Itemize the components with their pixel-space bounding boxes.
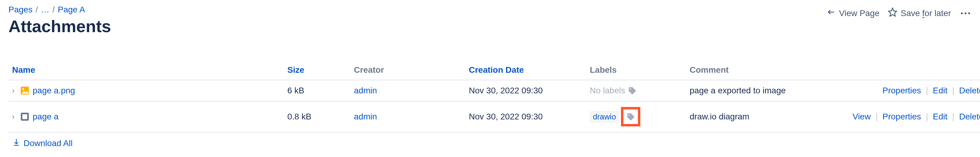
attachments-table: Name Size Creator Creation Date Labels C… [8, 60, 980, 133]
attachment-creator-link[interactable]: admin [354, 86, 377, 95]
attachment-actions: View | Properties | Edit | Delete [819, 101, 980, 132]
attachment-comment: draw.io diagram [686, 101, 819, 132]
col-header-size[interactable]: Size [284, 60, 350, 80]
attachment-date: Nov 30, 2022 09:30 [465, 80, 586, 101]
view-page-label: View Page [839, 8, 879, 18]
svg-rect-7 [22, 114, 27, 119]
breadcrumb-sep: / [52, 5, 55, 14]
app-file-icon [20, 112, 30, 122]
breadcrumb: Pages / … / Page A [8, 5, 111, 14]
attachment-creator-link[interactable]: admin [354, 112, 377, 121]
col-header-creator: Creator [350, 60, 465, 80]
breadcrumb-ellipsis[interactable]: … [41, 5, 49, 14]
attachment-name-link[interactable]: page a [33, 112, 59, 122]
col-header-creation-date[interactable]: Creation Date [465, 60, 586, 80]
attachment-name-link[interactable]: page a.png [33, 86, 75, 96]
view-page-button[interactable]: View Page [826, 7, 879, 19]
attachment-comment: page a exported to image [686, 80, 819, 101]
svg-point-1 [961, 13, 963, 14]
back-arrow-icon [826, 7, 836, 19]
save-for-later-label: Save for later [900, 8, 951, 18]
breadcrumb-root[interactable]: Pages [8, 5, 32, 14]
action-edit[interactable]: Edit [932, 86, 948, 95]
page-title: Attachments [8, 16, 111, 36]
breadcrumb-current[interactable]: Page A [58, 5, 85, 14]
labels-none: No labels [590, 86, 637, 96]
attachment-date: Nov 30, 2022 09:30 [465, 101, 586, 132]
action-sep: | [951, 86, 956, 95]
download-all-label: Download All [24, 138, 73, 148]
more-actions-button[interactable] [959, 8, 972, 18]
svg-point-3 [968, 13, 970, 14]
attachment-size: 0.8 kB [284, 101, 350, 132]
action-properties[interactable]: Properties [881, 112, 923, 121]
col-header-labels: Labels [586, 60, 686, 80]
chevron-right-icon[interactable]: › [12, 87, 17, 95]
tag-icon[interactable] [628, 86, 637, 95]
action-properties[interactable]: Properties [881, 86, 923, 95]
svg-marker-0 [889, 8, 897, 16]
action-delete[interactable]: Delete [958, 86, 980, 95]
download-all-button[interactable]: Download All [8, 133, 76, 149]
attachment-actions: Properties | Edit | Delete [819, 80, 980, 101]
action-sep: | [951, 112, 956, 121]
action-sep: | [874, 112, 879, 121]
label-chip[interactable]: drawio [590, 111, 619, 123]
col-header-name[interactable]: Name [8, 60, 284, 80]
download-icon [12, 138, 21, 149]
action-view[interactable]: View [851, 112, 872, 121]
save-for-later-button[interactable]: Save for later [888, 7, 951, 19]
svg-point-2 [964, 13, 966, 14]
star-icon [888, 7, 897, 19]
table-row: › page a 0.8 kB admin Nov 30, 2022 09:30… [8, 101, 980, 132]
action-sep: | [925, 112, 929, 121]
tag-icon[interactable] [626, 112, 635, 121]
action-delete[interactable]: Delete [958, 112, 980, 121]
action-sep: | [925, 86, 929, 95]
svg-point-5 [22, 88, 24, 90]
no-labels-text: No labels [590, 86, 625, 96]
col-header-actions [819, 60, 980, 80]
chevron-right-icon[interactable]: › [12, 112, 17, 121]
col-header-comment: Comment [686, 60, 819, 80]
add-label-highlight [621, 107, 640, 127]
attachment-size: 6 kB [284, 80, 350, 101]
table-row: › page a.png 6 kB admin Nov 30, 2022 09:… [8, 80, 980, 101]
page-toolbar: View Page Save for later [826, 5, 972, 19]
image-file-icon [20, 86, 30, 96]
action-edit[interactable]: Edit [932, 112, 948, 121]
breadcrumb-sep: / [35, 5, 38, 14]
